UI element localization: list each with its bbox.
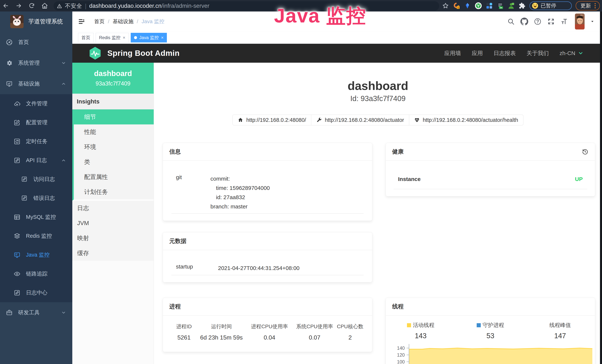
- health-status-badge: UP: [575, 176, 586, 182]
- tab-redis-monitor[interactable]: Redis 监控 ×: [96, 33, 129, 43]
- sba-item-metrics[interactable]: 性能: [74, 124, 154, 139]
- browser-back-button[interactable]: [2, 2, 9, 9]
- sidebar-item-access-log[interactable]: 访问日志: [0, 170, 72, 189]
- sba-language-select[interactable]: zh-CN: [559, 50, 583, 56]
- sidebar-item-system[interactable]: 系统管理: [0, 53, 72, 74]
- info-key: git: [172, 168, 210, 214]
- tab-java-monitor[interactable]: Java 监控 ×: [131, 33, 167, 43]
- sba-item-config-props[interactable]: 配置属性: [74, 170, 154, 184]
- metadata-key: startup: [172, 257, 218, 275]
- sba-item-classes[interactable]: 类: [74, 154, 154, 170]
- log-center-icon: [14, 289, 20, 296]
- security-label[interactable]: 不安全: [65, 2, 82, 10]
- access-log-icon: [21, 176, 28, 183]
- process-uptime: 6d 23h 15m 59s: [196, 333, 247, 344]
- sba-item-scheduled-tasks[interactable]: 计划任务: [74, 184, 154, 200]
- health-url-button[interactable]: http://192.168.0.2:48080/actuator/health: [409, 115, 523, 125]
- threads-card-title: 线程: [392, 303, 404, 310]
- daemon-threads-swatch: [477, 323, 481, 327]
- url-text[interactable]: dashboard.yudao.iocoder.cn/infra/admin-s…: [89, 3, 209, 9]
- sidebar-item-dev-tools[interactable]: 研发工具: [0, 302, 72, 323]
- sidebar-item-java-monitor[interactable]: Java 监控: [0, 246, 72, 264]
- bookmark-star-icon[interactable]: [442, 2, 449, 9]
- topbar-actions: 测试: [507, 11, 595, 32]
- logo-avatar: [10, 15, 23, 28]
- sba-content: dashboard Id: 93a3fc7f7409 http://192.16…: [154, 63, 602, 364]
- sba-instance-header[interactable]: dashboard 93a3fc7f7409: [72, 63, 154, 94]
- sba-item-caches[interactable]: 缓存: [72, 246, 154, 261]
- actuator-url-button[interactable]: http://192.168.0.2:48080/actuator: [311, 115, 409, 125]
- browser-home-button[interactable]: [41, 2, 48, 9]
- sidebar-item-api-log[interactable]: API 日志: [0, 151, 72, 170]
- info-card: 信息 git commit: time: 1596289704000 id: 2…: [163, 143, 372, 221]
- browser-reload-button[interactable]: [28, 2, 35, 9]
- font-size-icon[interactable]: [560, 18, 568, 25]
- sba-nav-about[interactable]: 关于我们: [527, 50, 549, 57]
- chrome-menu-icon[interactable]: [593, 3, 597, 8]
- close-icon[interactable]: ×: [123, 35, 125, 40]
- close-icon[interactable]: ×: [161, 35, 163, 40]
- y-axis-label-100: 100: [392, 359, 405, 364]
- sidebar-toggle-button[interactable]: [78, 18, 85, 25]
- wrench-icon: [316, 117, 322, 123]
- app-title: 芋道管理系统: [28, 18, 63, 25]
- process-card: 进程 进程ID 运行时间 进程CPU使用率 系统CPU使用率 CPU核心数: [163, 298, 372, 352]
- user-avatar[interactable]: 测试: [575, 13, 585, 30]
- instance-id: 93a3fc7f7409: [96, 80, 130, 87]
- extensions-puzzle-icon[interactable]: [519, 2, 526, 9]
- extension-kite-icon[interactable]: [464, 2, 471, 9]
- sba-brand[interactable]: Spring Boot Admin: [88, 46, 180, 60]
- sidebar-item-redis-monitor[interactable]: Redis 监控: [0, 227, 72, 246]
- browser-forward-button[interactable]: [15, 2, 22, 9]
- sba-item-jvm[interactable]: JVM: [72, 216, 154, 231]
- extension-colorpick-icon[interactable]: 1: [453, 2, 460, 9]
- breadcrumb-infrastructure[interactable]: 基础设施: [113, 18, 133, 25]
- sidebar-item-error-log[interactable]: 错误日志: [0, 189, 72, 208]
- sba-item-details[interactable]: 细节: [74, 109, 154, 124]
- service-url-button[interactable]: http://192.168.0.2:48080/: [233, 115, 311, 125]
- insecure-warning-icon[interactable]: [57, 3, 62, 9]
- sidebar-item-log-center[interactable]: 日志中心: [0, 283, 72, 302]
- daemon-threads-value: 53: [486, 332, 494, 340]
- redis-icon: [14, 233, 20, 239]
- sba-item-mappings[interactable]: 映射: [72, 231, 154, 246]
- address-bar[interactable]: 不安全 | dashboard.yudao.iocoder.cn/infra/a…: [54, 1, 439, 11]
- sidebar-item-file-management[interactable]: 文件管理: [0, 94, 72, 113]
- log-icon: [14, 157, 20, 164]
- sba-nav-journal[interactable]: 日志报表: [494, 50, 516, 57]
- dashboard-icon: [6, 39, 13, 46]
- sidebar-item-scheduled-jobs[interactable]: 定时任务: [0, 132, 72, 151]
- extension-person-icon[interactable]: [508, 2, 515, 9]
- breadcrumb: 首页 / 基础设施 / Java 监控: [94, 18, 164, 25]
- health-instance-row[interactable]: Instance UP: [394, 168, 587, 189]
- github-icon[interactable]: [520, 18, 528, 25]
- sba-sidebar: dashboard 93a3fc7f7409 Insights 细节 性能 环境…: [72, 63, 154, 364]
- sidebar-item-trace[interactable]: 链路追踪: [0, 264, 72, 283]
- sba-nav-wallboard[interactable]: 应用墙: [444, 50, 461, 57]
- extension-green-circle-icon[interactable]: [475, 2, 482, 9]
- chrome-update-button[interactable]: 更新: [576, 1, 600, 11]
- instance-title: dashboard: [154, 79, 602, 93]
- tab-home[interactable]: 首页: [78, 33, 94, 43]
- sba-item-logfile[interactable]: 日志: [72, 201, 154, 216]
- profile-paused-badge[interactable]: 已暂停: [529, 1, 572, 10]
- help-icon[interactable]: [534, 18, 542, 25]
- svg-text:测试: 测试: [580, 14, 584, 16]
- fullscreen-icon[interactable]: [547, 18, 555, 25]
- breadcrumb-home[interactable]: 首页: [94, 18, 105, 25]
- sba-nav-applications[interactable]: 应用: [472, 50, 483, 57]
- sba-nav: 应用墙 应用 日志报表 关于我们 zh-CN: [444, 50, 602, 57]
- sidebar-item-infrastructure[interactable]: 基础设施: [0, 74, 72, 94]
- extension-list-on-icon[interactable]: on: [497, 2, 504, 9]
- search-icon[interactable]: [507, 18, 515, 25]
- sidebar-item-config-management[interactable]: 配置管理: [0, 113, 72, 132]
- sba-item-environment[interactable]: 环境: [74, 139, 154, 154]
- sidebar-item-mysql-monitor[interactable]: MySQL 监控: [0, 208, 72, 227]
- user-caret-icon[interactable]: [590, 18, 595, 25]
- sidebar-item-home[interactable]: 首页: [0, 32, 72, 53]
- sba-title: Spring Boot Admin: [107, 49, 180, 58]
- sidebar-logo[interactable]: 芋道管理系统: [0, 11, 72, 28]
- extension-grid-icon[interactable]: [486, 2, 493, 9]
- history-icon[interactable]: [582, 148, 589, 155]
- sba-logo-icon: [88, 46, 102, 60]
